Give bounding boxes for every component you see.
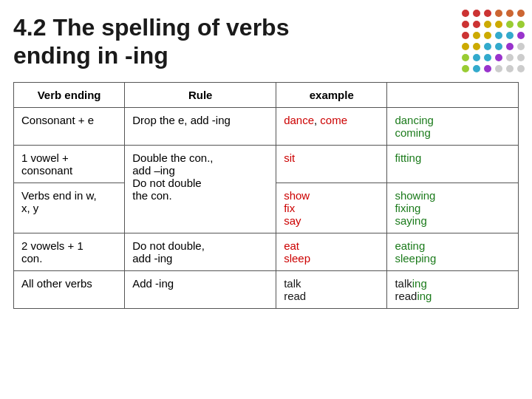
word-eating: eat bbox=[395, 239, 410, 252]
word-sleeping-suffix: ing bbox=[421, 252, 436, 265]
svg-point-24 bbox=[462, 54, 469, 61]
word-dancing: dan bbox=[395, 114, 413, 126]
svg-point-6 bbox=[462, 21, 469, 28]
page: 4.2 The spelling of verbs ending in -ing… bbox=[0, 0, 532, 399]
svg-point-22 bbox=[506, 43, 514, 50]
verb-ending-consonant-e: Consonant + e bbox=[14, 107, 125, 145]
svg-point-0 bbox=[462, 10, 469, 17]
svg-point-31 bbox=[473, 65, 480, 72]
svg-point-35 bbox=[517, 65, 525, 72]
example-sit: sit bbox=[276, 145, 387, 183]
svg-point-18 bbox=[462, 43, 469, 50]
header-example: example bbox=[276, 82, 387, 107]
word-come: come bbox=[320, 114, 347, 126]
word-showing-suffix: owing bbox=[406, 189, 435, 202]
result-showing-fixing-saying: showing fixing saying bbox=[387, 183, 519, 233]
svg-point-17 bbox=[517, 32, 525, 39]
verb-ending-wxy: Verbs end in w,x, y bbox=[14, 183, 125, 233]
svg-point-30 bbox=[462, 65, 469, 72]
svg-point-25 bbox=[473, 54, 480, 61]
word-coming: com bbox=[395, 126, 415, 139]
dot-grid-decoration bbox=[458, 6, 525, 72]
word-coming-suffix: ing bbox=[416, 126, 431, 139]
word-eating-suffix: ing bbox=[410, 239, 425, 252]
rule-add-ing: Add -ing bbox=[125, 270, 276, 308]
result-dancing-coming: dancing coming bbox=[387, 107, 519, 145]
verb-ending-2vowels: 2 vowels + 1con. bbox=[14, 233, 125, 270]
svg-point-10 bbox=[506, 21, 514, 28]
example-eat-sleep: eat sleep bbox=[276, 233, 387, 270]
word-fitting: fi bbox=[395, 151, 400, 164]
word-dance: dance bbox=[284, 114, 314, 126]
word-showing: sh bbox=[395, 189, 406, 202]
result-talking-reading: talking reading bbox=[387, 270, 519, 308]
rule-double: Double the con.,add –ingDo not doublethe… bbox=[125, 145, 276, 233]
svg-point-29 bbox=[517, 54, 525, 61]
svg-point-33 bbox=[495, 65, 502, 72]
verb-ending-all-other: All other verbs bbox=[14, 270, 125, 308]
svg-point-34 bbox=[506, 65, 514, 72]
svg-point-5 bbox=[517, 10, 525, 17]
table-row: All other verbs Add -ing talk read talki… bbox=[14, 270, 519, 308]
svg-point-15 bbox=[495, 32, 502, 39]
header-empty bbox=[387, 82, 519, 107]
svg-point-21 bbox=[495, 43, 502, 50]
svg-point-23 bbox=[517, 43, 525, 50]
table-header-row: Verb ending Rule example bbox=[14, 82, 519, 107]
word-show: show bbox=[284, 189, 310, 202]
svg-point-9 bbox=[495, 21, 502, 28]
word-fixing-suffix: ixing bbox=[398, 202, 421, 214]
svg-point-13 bbox=[473, 32, 480, 39]
table-row: 2 vowels + 1con. Do not double,add -ing … bbox=[14, 233, 519, 270]
word-saying: s bbox=[395, 214, 400, 227]
svg-point-16 bbox=[506, 32, 514, 39]
word-talking-suffix: ing bbox=[412, 277, 427, 290]
svg-point-2 bbox=[484, 10, 491, 17]
result-eating-sleeping: eating sleeping bbox=[387, 233, 519, 270]
svg-point-4 bbox=[506, 10, 514, 17]
header-verb-ending: Verb ending bbox=[14, 82, 125, 107]
word-dancing-suffix: cing bbox=[413, 114, 434, 126]
word-say: say bbox=[284, 214, 301, 227]
svg-point-3 bbox=[495, 10, 502, 17]
svg-point-14 bbox=[484, 32, 491, 39]
table-row: Consonant + e Drop the e, add -ing dance… bbox=[14, 107, 519, 145]
word-sleeping: sleep bbox=[395, 252, 421, 265]
svg-point-20 bbox=[484, 43, 491, 50]
example-dance-come: dance, come bbox=[276, 107, 387, 145]
example-show-fix-say: show fix say bbox=[276, 183, 387, 233]
rule-no-double: Do not double,add -ing bbox=[125, 233, 276, 270]
word-read: read bbox=[284, 290, 306, 302]
svg-point-1 bbox=[473, 10, 480, 17]
word-talking: talk bbox=[395, 277, 412, 290]
word-saying-suffix: aying bbox=[400, 214, 427, 227]
svg-point-27 bbox=[495, 54, 502, 61]
svg-point-11 bbox=[517, 21, 525, 28]
svg-point-28 bbox=[506, 54, 514, 61]
rule-drop-e: Drop the e, add -ing bbox=[125, 107, 276, 145]
svg-point-7 bbox=[473, 21, 480, 28]
word-eat: eat bbox=[284, 239, 299, 252]
word-sleep: sleep bbox=[284, 252, 310, 265]
word-talk: talk bbox=[284, 277, 301, 290]
word-reading-suffix: ing bbox=[417, 290, 432, 302]
word-sit: sit bbox=[284, 151, 295, 164]
header-rule: Rule bbox=[125, 82, 276, 107]
svg-point-19 bbox=[473, 43, 480, 50]
svg-point-12 bbox=[462, 32, 469, 39]
spelling-table: Verb ending Rule example Consonant + e D… bbox=[13, 82, 519, 309]
page-title: 4.2 The spelling of verbs ending in -ing bbox=[13, 13, 519, 70]
svg-point-26 bbox=[484, 54, 491, 61]
example-talk-read: talk read bbox=[276, 270, 387, 308]
word-fitting-suffix: tting bbox=[400, 151, 421, 164]
svg-point-8 bbox=[484, 21, 491, 28]
word-fix: fix bbox=[284, 202, 295, 214]
svg-point-32 bbox=[484, 65, 491, 72]
verb-ending-1vowel: 1 vowel +consonant bbox=[14, 145, 125, 183]
table-row: 1 vowel +consonant Double the con.,add –… bbox=[14, 145, 519, 183]
word-reading: read bbox=[395, 290, 417, 302]
result-fitting: fitting bbox=[387, 145, 519, 183]
